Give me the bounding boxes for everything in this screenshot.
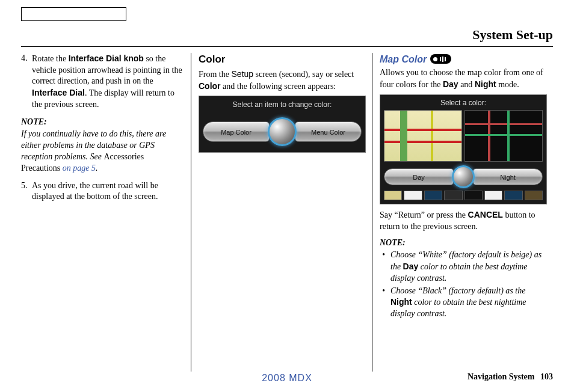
interface-dial-icon[interactable]: [452, 165, 475, 188]
interface-dial-icon[interactable]: [268, 117, 297, 146]
swatch[interactable]: [444, 191, 462, 200]
screenshot-title: Select a color:: [380, 95, 546, 110]
dial-row: Map Color Menu Color: [199, 115, 365, 152]
screenshot-title: Select an item to change color:: [199, 96, 365, 114]
section-heading-mapcolor: Map Color: [380, 53, 451, 66]
swatch[interactable]: [464, 191, 483, 200]
page-footer: 2008 MDX Navigation System 103: [21, 372, 553, 385]
swatch[interactable]: [404, 191, 422, 200]
map-preview-row: [380, 110, 546, 162]
section-heading-color: Color: [199, 53, 366, 67]
footer-center: 2008 MDX: [262, 372, 312, 385]
color-swatches: [380, 191, 546, 204]
voice-command-icon: [430, 54, 451, 64]
step-4: 4. Rotate the Interface Dial knob so the…: [21, 53, 185, 111]
swatch[interactable]: [484, 191, 502, 200]
screenshot-mapcolor: Select a color: Day Night: [380, 94, 547, 204]
note-label: NOTE:: [21, 117, 185, 128]
note-label: NOTE:: [380, 237, 547, 249]
night-map-preview: [464, 110, 543, 162]
top-empty-box: [21, 7, 126, 21]
swatch[interactable]: [424, 191, 442, 200]
step-list: 4. Rotate the Interface Dial knob so the…: [21, 53, 185, 111]
screenshot-color-menu: Select an item to change color: Map Colo…: [199, 96, 366, 152]
page-link[interactable]: on page 5: [60, 164, 96, 173]
return-instruction: Say “Return” or press the CANCEL button …: [380, 209, 547, 233]
swatch[interactable]: [525, 191, 543, 200]
note-item: • Choose “Black” (factory default) as th…: [382, 286, 547, 320]
step-text: As you drive, the current road will be d…: [32, 180, 185, 203]
step-5: 5. As you drive, the current road will b…: [21, 180, 185, 203]
dial-row: Day Night: [380, 162, 546, 191]
step-list-2: 5. As you drive, the current road will b…: [21, 180, 185, 203]
menu-color-button[interactable]: Menu Color: [295, 121, 362, 142]
column-middle: Color From the Setup screen (second), sa…: [191, 53, 372, 372]
note-text: If you continually have to do this, ther…: [21, 129, 185, 174]
page-number: 103: [540, 372, 553, 381]
manual-page: System Set-up 4. Rotate the Interface Di…: [0, 0, 574, 372]
color-intro: From the Setup screen (second), say or s…: [199, 69, 366, 93]
swatch[interactable]: [384, 191, 402, 200]
step-number: 5.: [21, 180, 32, 203]
day-map-preview: [384, 110, 462, 162]
step-number: 4.: [21, 53, 32, 111]
map-color-button[interactable]: Map Color: [203, 121, 270, 142]
day-button[interactable]: Day: [384, 168, 454, 185]
night-button[interactable]: Night: [473, 168, 543, 185]
swatch[interactable]: [504, 191, 522, 200]
step-text: Rotate the Interface Dial knob so the ve…: [32, 53, 185, 111]
divider: [21, 46, 553, 47]
page-title: System Set-up: [21, 26, 553, 44]
column-right: Map Color Allows you to choose the map c…: [372, 53, 553, 372]
footer-label: Navigation System: [468, 372, 535, 381]
three-columns: 4. Rotate the Interface Dial knob so the…: [21, 53, 553, 372]
note-list: • Choose “White” (factory default is bei…: [380, 250, 547, 320]
column-left: 4. Rotate the Interface Dial knob so the…: [21, 53, 191, 372]
mapcolor-intro: Allows you to choose the map color from …: [380, 67, 547, 91]
footer-right: Navigation System 103: [468, 372, 553, 383]
note-item: • Choose “White” (factory default is bei…: [382, 250, 547, 284]
